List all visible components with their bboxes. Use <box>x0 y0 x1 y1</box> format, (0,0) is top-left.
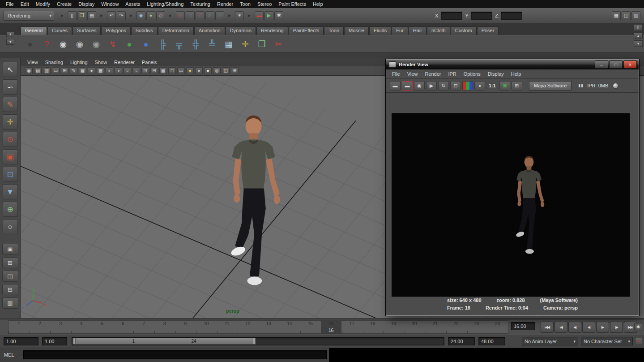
rotate-tool-icon[interactable]: ⊙ <box>3 132 18 147</box>
field-chart-icon[interactable]: ▦ <box>159 67 167 74</box>
shelf-tab[interactable]: Muscle <box>344 26 369 35</box>
menu-item[interactable]: Create <box>54 1 75 7</box>
range-slider-track[interactable]: 1 24 <box>72 337 444 345</box>
frame-number[interactable]: 2 <box>30 321 51 326</box>
coord-input[interactable] <box>471 12 492 20</box>
snapshot-button[interactable]: ◉ <box>414 81 425 90</box>
menu-item[interactable]: Lighting/Shading <box>144 1 187 7</box>
frame-number[interactable]: 3 <box>50 321 71 326</box>
image-plane-icon[interactable]: ▭ <box>52 67 60 74</box>
anim-layer-dropdown[interactable]: No Anim Layer ▾ <box>522 337 578 345</box>
shelf-rendered-sphere-icon[interactable]: ● <box>123 37 136 51</box>
frame-number[interactable]: 13 <box>258 321 279 326</box>
save-scene-icon[interactable]: ▤ <box>87 11 96 20</box>
frame-number[interactable]: 20 <box>404 321 425 326</box>
smooth-shade-icon[interactable]: ● <box>88 67 95 74</box>
light-ball-icon[interactable]: ● <box>204 67 212 74</box>
panel-menu-item[interactable]: Renderer <box>111 60 138 65</box>
render-button[interactable]: ▬ <box>390 81 401 90</box>
menu-item[interactable]: Window <box>98 1 122 7</box>
menu-item[interactable]: Stereo <box>254 1 275 7</box>
snap-to-grid-icon[interactable]: ∩ <box>176 11 185 20</box>
render-view-menu-item[interactable]: View <box>404 71 421 77</box>
maximize-button[interactable]: □ <box>609 60 623 69</box>
shelf-tab-switch-button[interactable]: ▾ <box>6 31 14 37</box>
soft-modification-tool-icon[interactable]: ▼ <box>3 184 18 199</box>
close-button[interactable]: × <box>623 60 637 69</box>
shelf-tab[interactable]: Custom <box>451 26 477 35</box>
scale-tool-icon[interactable]: ▣ <box>3 149 18 164</box>
two-pane-side-layout-button[interactable]: ◫ <box>2 271 18 282</box>
frame-number[interactable]: 15 <box>300 321 321 326</box>
shelf-scroll-down-button[interactable]: ▾ <box>634 40 643 47</box>
menu-item[interactable]: Edit <box>17 1 32 7</box>
shelf-tab[interactable]: PaintEffects <box>289 26 324 35</box>
shelf-shaded-sphere-icon[interactable]: ● <box>139 37 153 51</box>
range-end-handle[interactable] <box>253 338 256 344</box>
character-model[interactable] <box>230 116 280 285</box>
group-collapse-arrow-icon[interactable]: ▸ <box>97 11 106 20</box>
frame-number[interactable]: 16 <box>321 321 342 326</box>
play-backwards-button[interactable]: ◀ <box>582 322 595 333</box>
toggle-channel-box-icon[interactable]: ▥ <box>631 11 640 20</box>
bookmarks-icon[interactable]: ▥ <box>43 67 51 74</box>
animation-end-field[interactable] <box>478 337 505 345</box>
safe-action-icon[interactable]: □ <box>168 67 176 74</box>
render-settings-icon[interactable]: ✱ <box>274 11 283 20</box>
shelf-tab[interactable]: Subdivs <box>131 26 158 35</box>
render-view-menu-item[interactable]: Options <box>461 71 484 77</box>
shelf-motion-trail-icon[interactable]: ● <box>23 37 37 51</box>
select-by-object-icon[interactable]: ● <box>146 11 155 20</box>
menu-item[interactable]: Paint Effects <box>275 1 309 7</box>
open-render-settings-button[interactable]: ▣ <box>499 81 510 90</box>
playback-range-bar[interactable]: 1 24 <box>73 338 256 345</box>
play-forwards-button[interactable]: ▶ <box>596 322 609 333</box>
coord-input[interactable] <box>441 12 462 20</box>
shelf-instances-icon[interactable]: ❒ <box>255 37 269 51</box>
zoom-ratio-button[interactable]: 1:1 <box>486 82 498 89</box>
go-to-start-button[interactable]: |◀◀ <box>541 322 554 333</box>
render-view-menu-item[interactable]: File <box>389 71 403 77</box>
time-slider-track[interactable]: 16 1234567891011121314151617181920212223… <box>8 320 508 334</box>
shelf-scroll-up-button[interactable]: ▴ <box>634 32 643 39</box>
minimize-button[interactable]: – <box>595 60 608 69</box>
paint-selection-tool-icon[interactable]: ✎ <box>3 97 18 112</box>
shelf-connect-nodes-icon[interactable]: ╬ <box>189 37 202 51</box>
render-view-titlebar[interactable]: Render View –□× <box>386 60 639 69</box>
shadows-icon[interactable]: ◑ <box>115 67 122 74</box>
frame-number[interactable]: 23 <box>466 321 487 326</box>
shelf-menu-button[interactable]: ▾ <box>6 39 14 45</box>
auto-keyframe-toggle[interactable]: ● <box>635 338 642 345</box>
menu-set-dropdown[interactable]: Rendering ▾ <box>4 11 54 21</box>
step-back-frame-button[interactable]: |◀ <box>554 322 567 333</box>
command-language-label[interactable]: MEL <box>4 352 14 358</box>
render-view-menu-item[interactable]: IPR <box>445 71 459 77</box>
use-all-lights-icon[interactable]: ◐ <box>106 67 113 74</box>
character-set-dropdown[interactable]: No Character Set ▾ <box>581 337 633 345</box>
group-collapse-arrow-icon[interactable]: ▸ <box>127 11 136 20</box>
shelf-tab[interactable]: Animation <box>194 26 225 35</box>
four-pane-layout-button[interactable]: ⊞ <box>2 257 18 268</box>
playback-start-field[interactable] <box>4 337 38 345</box>
shelf-tab[interactable]: General <box>21 26 47 35</box>
coord-input[interactable] <box>501 12 522 20</box>
render-view-menu-item[interactable]: Help <box>508 71 525 77</box>
make-live-icon[interactable]: ∩ <box>215 11 224 20</box>
group-collapse-arrow-icon[interactable]: ▸ <box>225 11 234 20</box>
shelf-node-editor-icon[interactable]: ╩ <box>205 37 219 51</box>
group-collapse-arrow-icon[interactable]: ▸ <box>166 11 175 20</box>
render-current-frame-icon[interactable]: ▬ <box>255 11 264 20</box>
group-collapse-arrow-icon[interactable]: ▸ <box>245 11 254 20</box>
delete-shelf-item-button[interactable]: ▯ <box>634 24 643 31</box>
range-start-handle[interactable] <box>73 338 76 344</box>
frame-number[interactable]: 9 <box>175 321 196 326</box>
resolution-gate-icon[interactable]: ⊡ <box>141 67 149 74</box>
menu-item[interactable]: Modify <box>33 1 53 7</box>
texture-ball-icon[interactable]: ● <box>195 67 203 74</box>
frame-number[interactable]: 8 <box>154 321 175 326</box>
step-forward-key-button[interactable]: |▶ <box>610 322 623 333</box>
frame-number[interactable]: 5 <box>92 321 113 326</box>
menu-item[interactable]: Help <box>310 1 326 7</box>
select-tool-icon[interactable]: ↖ <box>3 62 18 77</box>
shelf-create-camera-icon[interactable]: ◉ <box>56 37 70 51</box>
